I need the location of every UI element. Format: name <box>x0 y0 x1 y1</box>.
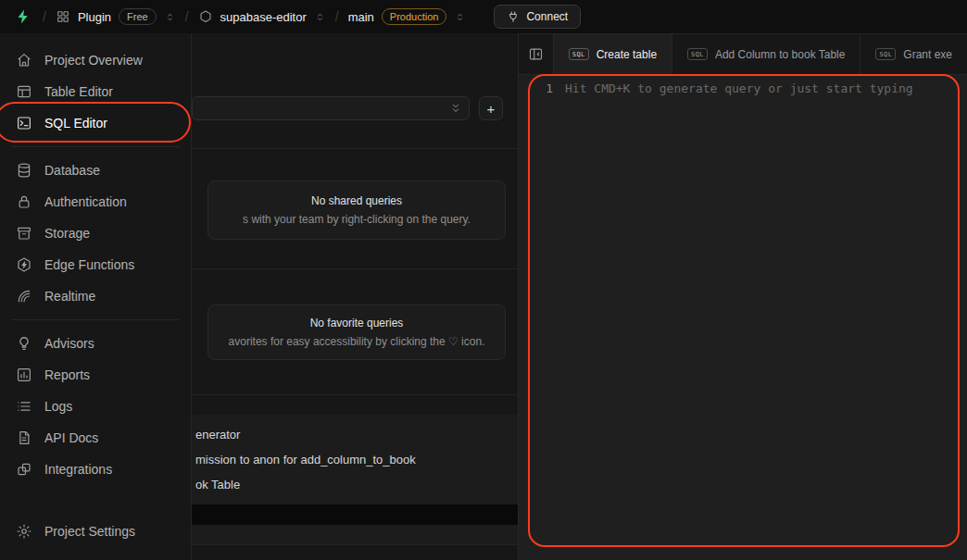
favorite-queries-empty-card: No favorite queries avorites for easy ac… <box>207 305 506 360</box>
breadcrumb-separator: / <box>335 9 339 24</box>
private-queries-list: enerator mission to anon for add_column_… <box>192 415 518 544</box>
branch-name: main <box>348 10 374 24</box>
collapse-sidebar-button[interactable] <box>519 34 553 74</box>
breadcrumb-separator: / <box>43 9 46 24</box>
favorites-empty-description: avorites for easy accessibility by click… <box>229 335 485 348</box>
sql-code-editor[interactable]: 1 Hit CMD+K to generate query or just st… <box>519 75 967 560</box>
gear-icon <box>16 523 32 540</box>
production-badge: Production <box>382 8 447 25</box>
tab-grant-execute[interactable]: SQL Grant exe <box>860 34 967 74</box>
plug-icon <box>507 10 520 23</box>
sidebar-item-advisors[interactable]: Advisors <box>7 328 183 359</box>
shared-empty-description: s with your team by right-clicking on th… <box>243 213 471 226</box>
sidebar-item-table-editor[interactable]: Table Editor <box>7 76 183 107</box>
sidebar-item-label: Integrations <box>44 462 112 477</box>
selected-query-row[interactable] <box>192 504 518 525</box>
sidebar-item-project-overview[interactable]: Project Overview <box>7 44 183 76</box>
sql-badge-icon: SQL <box>687 48 708 60</box>
search-queries-input[interactable] <box>192 96 470 120</box>
query-list-item[interactable]: ok Table <box>192 472 518 497</box>
sidebar-item-storage[interactable]: Storage <box>7 218 183 249</box>
sidebar-item-sql-editor[interactable]: SQL Editor <box>7 107 183 139</box>
panel-divider <box>192 394 518 395</box>
terminal-icon <box>16 115 32 131</box>
branch-switcher-chevrons-icon[interactable] <box>454 11 466 23</box>
tab-label: Add Column to book Table <box>715 48 846 61</box>
sidebar-divider <box>11 319 180 320</box>
org-name: Plugin <box>78 10 111 24</box>
project-icon <box>198 9 213 24</box>
sidebar-item-label: Edge Functions <box>44 257 134 272</box>
sidebar-item-label: Authentication <box>44 194 127 209</box>
database-icon <box>16 162 32 179</box>
sidebar-item-label: Database <box>44 163 100 178</box>
breadcrumb-project[interactable]: supabase-editor <box>198 9 326 24</box>
sidebar-spacer <box>7 485 183 516</box>
organization-icon <box>56 9 70 24</box>
logs-icon <box>16 398 32 415</box>
edge-functions-icon <box>16 256 32 273</box>
panel-divider <box>192 148 518 149</box>
sidebar-item-edge-functions[interactable]: Edge Functions <box>7 249 183 280</box>
supabase-logo-icon[interactable] <box>13 6 33 27</box>
query-list-item[interactable]: mission to anon for add_column_to_book <box>192 447 518 472</box>
search-queries-field[interactable] <box>199 102 449 115</box>
tab-create-table[interactable]: SQL Create table <box>553 34 672 74</box>
new-query-button[interactable]: + <box>479 96 503 120</box>
sql-editor-pane: SQL Create table SQL Add Column to book … <box>519 33 967 560</box>
editor-placeholder-text: Hit CMD+K to generate query or just star… <box>553 81 913 95</box>
sidebar-item-api-docs[interactable]: API Docs <box>7 422 183 454</box>
document-icon <box>16 429 32 446</box>
panel-collapse-icon <box>528 46 544 62</box>
sidebar-item-label: Table Editor <box>44 84 113 99</box>
plan-badge: Free <box>119 8 157 25</box>
sidebar-item-label: Project Settings <box>44 524 135 539</box>
sidebar-item-label: SQL Editor <box>44 116 107 131</box>
sidebar-divider <box>11 146 180 147</box>
reports-icon <box>16 367 32 383</box>
breadcrumb-branch[interactable]: main Production <box>348 8 467 25</box>
org-switcher-chevrons-icon[interactable] <box>164 11 176 23</box>
sidebar-item-reports[interactable]: Reports <box>7 359 183 391</box>
project-switcher-chevrons-icon[interactable] <box>314 11 326 23</box>
blocks-icon <box>16 461 32 478</box>
sidebar-item-label: Logs <box>44 399 72 414</box>
editor-tab-bar: SQL Create table SQL Add Column to book … <box>519 34 967 75</box>
lock-icon <box>16 193 32 210</box>
double-chevron-down-icon[interactable] <box>449 102 462 115</box>
sidebar-item-label: Storage <box>44 226 90 241</box>
panel-divider <box>192 544 518 545</box>
sidebar-item-database[interactable]: Database <box>7 155 183 186</box>
sidebar-item-authentication[interactable]: Authentication <box>7 186 183 218</box>
main-sidebar: Project Overview Table Editor SQL Editor… <box>0 33 192 560</box>
lightbulb-icon <box>16 335 32 352</box>
shared-queries-empty-card: No shared queries s with your team by ri… <box>207 180 506 240</box>
tab-label: Create table <box>597 48 657 61</box>
sidebar-item-label: Advisors <box>44 336 94 351</box>
connect-label: Connect <box>526 10 568 23</box>
sidebar-item-label: Project Overview <box>44 53 143 68</box>
sidebar-item-logs[interactable]: Logs <box>7 391 183 422</box>
sidebar-item-project-settings[interactable]: Project Settings <box>7 516 183 547</box>
query-list-item[interactable]: enerator <box>192 422 518 447</box>
tab-label: Grant exe <box>903 48 952 61</box>
sidebar-item-label: Reports <box>44 367 90 382</box>
storage-icon <box>16 225 32 242</box>
realtime-icon <box>16 288 32 305</box>
home-icon <box>16 52 32 68</box>
shared-empty-title: No shared queries <box>311 194 402 207</box>
top-bar: / Plugin Free / supabase-editor / main P… <box>0 0 967 33</box>
breadcrumb-separator: / <box>185 9 189 24</box>
favorites-empty-title: No favorite queries <box>310 317 404 330</box>
sql-badge-icon: SQL <box>875 48 896 60</box>
query-panel-toolbar: + <box>192 96 508 120</box>
panel-divider <box>192 268 518 269</box>
sql-badge-icon: SQL <box>569 48 589 60</box>
tab-add-column-to-book-table[interactable]: SQL Add Column to book Table <box>672 34 860 74</box>
connect-button[interactable]: Connect <box>494 5 581 29</box>
project-name: supabase-editor <box>220 10 307 24</box>
breadcrumb-org[interactable]: Plugin Free <box>56 8 176 25</box>
sidebar-item-realtime[interactable]: Realtime <box>7 280 183 312</box>
sidebar-item-integrations[interactable]: Integrations <box>7 454 183 485</box>
sidebar-item-label: API Docs <box>44 430 98 445</box>
